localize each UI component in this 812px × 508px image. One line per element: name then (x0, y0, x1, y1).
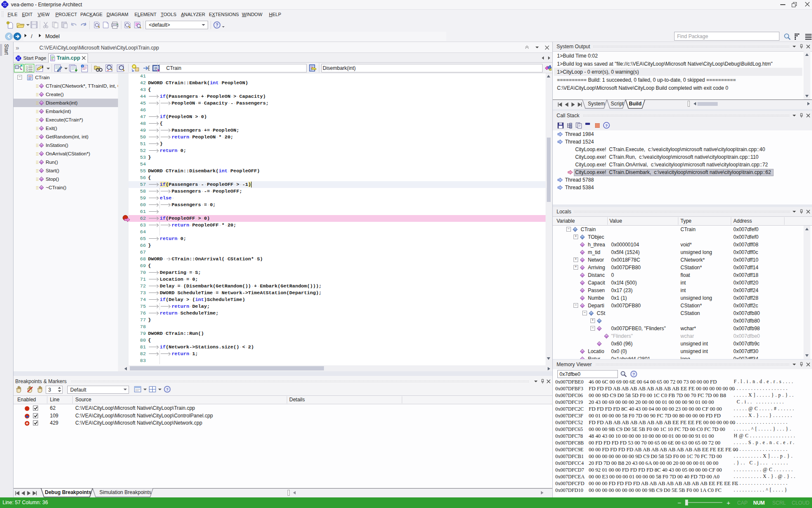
svg-text:?: ? (216, 23, 218, 28)
svg-text:T: T (82, 65, 83, 68)
svg-text:?: ? (633, 372, 635, 376)
svg-text:?: ? (605, 124, 608, 128)
svg-text:?: ? (166, 387, 169, 392)
